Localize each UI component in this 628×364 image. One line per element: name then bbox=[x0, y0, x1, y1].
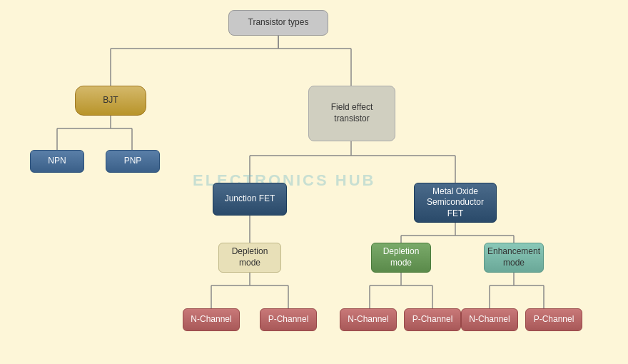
bjt-node: BJT bbox=[75, 86, 146, 116]
pchannel1-node: P-Channel bbox=[260, 308, 317, 331]
depletion-mosfet-node: Depletion mode bbox=[371, 243, 431, 273]
pchannel2-node: P-Channel bbox=[404, 308, 461, 331]
nchannel2-node: N-Channel bbox=[340, 308, 397, 331]
fet-node: Field effect transistor bbox=[308, 86, 395, 141]
nchannel3-node: N-Channel bbox=[461, 308, 518, 331]
pchannel3-node: P-Channel bbox=[525, 308, 582, 331]
root-node: Transistor types bbox=[228, 10, 328, 36]
depletion-jfet-node: Depletion mode bbox=[218, 243, 281, 273]
npn-node: NPN bbox=[30, 150, 84, 173]
nchannel1-node: N-Channel bbox=[183, 308, 240, 331]
pnp-node: PNP bbox=[106, 150, 160, 173]
enhancement-node: Enhancement mode bbox=[484, 243, 544, 273]
jfet-node: Junction FET bbox=[213, 183, 287, 216]
mosfet-node: Metal Oxide Semiconductor FET bbox=[414, 183, 497, 223]
transistor-diagram: ELECTRONICS HUB Transistor types BJT Fie… bbox=[0, 0, 628, 364]
